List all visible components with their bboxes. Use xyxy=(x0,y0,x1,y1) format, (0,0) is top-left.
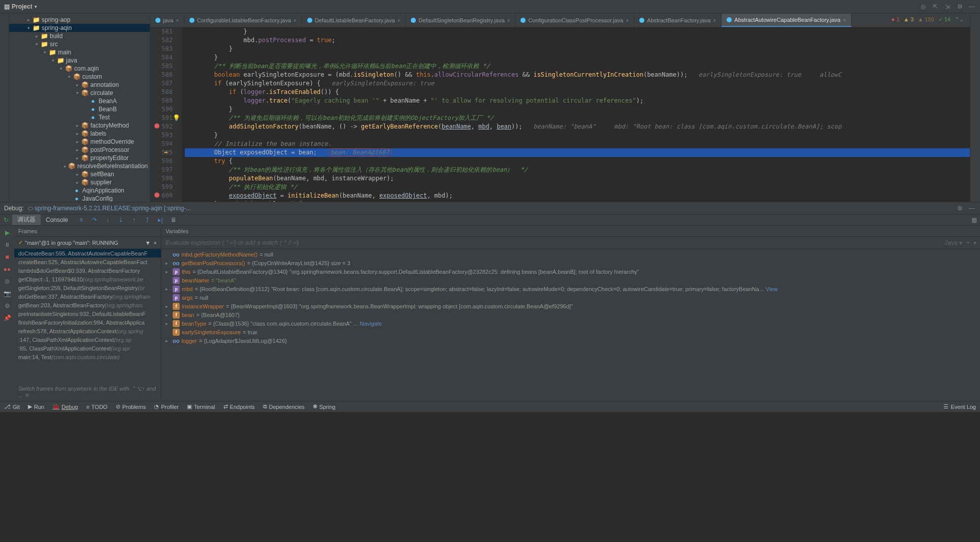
evaluate-icon[interactable]: 🖩 xyxy=(170,216,178,224)
tree-item[interactable]: ▸📦postProcessor xyxy=(9,146,150,154)
dependencies-tool[interactable]: ⧉ Dependencies xyxy=(263,403,305,410)
force-step-into-icon[interactable]: ⇣ xyxy=(117,216,125,224)
git-tool[interactable]: ⎇ Git xyxy=(4,403,20,410)
variable-item[interactable]: ▸oologger = {LogAdapter$JavaUtilLog@1426… xyxy=(161,336,980,345)
tree-item[interactable]: ▾📦circulate xyxy=(9,89,150,97)
debug-config-name[interactable]: ⬭ spring-framework-5.2.21.RELEASE:spring… xyxy=(28,205,191,212)
tree-item[interactable]: ▸📦propertyEditor xyxy=(9,154,150,162)
inspection-summary[interactable]: ● 1 ▲ 3 ▲ 150 ✓ 14 ⌃⌄ xyxy=(887,15,968,24)
collapse-icon[interactable]: ⇲ xyxy=(943,3,952,11)
variable-item[interactable]: ▸finstanceWrapper = {BeanWrapperImpl@160… xyxy=(161,302,980,310)
endpoints-tool[interactable]: ⇄ Endpoints xyxy=(223,403,255,410)
variable-item[interactable]: fearlySingletonExposure = true xyxy=(161,328,980,336)
tree-item[interactable]: ▸📁spring-aop xyxy=(9,16,150,24)
run-to-cursor-icon[interactable]: ▸| xyxy=(156,216,165,224)
add-watch-icon[interactable]: + xyxy=(966,239,970,246)
expand-icon[interactable]: ⇱ xyxy=(931,3,939,11)
debugger-tab[interactable]: 调试器 xyxy=(12,214,41,225)
view-breakpoints-icon[interactable]: ●● xyxy=(3,265,11,273)
tree-item[interactable]: ▾📁main xyxy=(9,48,150,56)
stack-frame[interactable]: getObject:-1, 1169794610 (org.springfram… xyxy=(14,275,161,283)
tree-item[interactable]: ▾📁spring-aqin xyxy=(9,24,150,32)
mute-breakpoints-icon[interactable]: ⊘ xyxy=(3,277,11,285)
tree-item[interactable]: ▸📦resolveBeforeInstantiation xyxy=(9,162,150,170)
problems-tool[interactable]: ⊘ Problems xyxy=(116,403,146,410)
variable-item[interactable]: pargs = null xyxy=(161,293,980,302)
project-tree[interactable]: ▸📁spring-aop▾📁spring-aqin▸📁build▾📁src▾📁m… xyxy=(9,14,150,202)
stack-frame[interactable]: finishBeanFactoryInitialization:994, Abs… xyxy=(14,318,161,327)
variable-item[interactable]: pbeanName = "beanA" xyxy=(161,276,980,284)
tree-item[interactable]: ▸📁build xyxy=(9,32,150,40)
variable-item[interactable]: ▸oogetBeanPostProcessors() = {CopyOnWrit… xyxy=(161,259,980,267)
gear-icon[interactable]: ⚙ xyxy=(956,204,964,212)
editor-tab[interactable]: AbstractAutowireCapableBeanFactory.java× xyxy=(722,14,852,27)
rerun-icon[interactable]: ↻ xyxy=(2,216,10,224)
pause-icon[interactable]: ⏸ xyxy=(3,241,11,249)
tree-item[interactable]: ▾📦custom xyxy=(9,73,150,81)
stack-frame[interactable]: lambda$doGetBean$0:339, AbstractBeanFact… xyxy=(14,266,161,275)
gear-icon[interactable]: ⚙ xyxy=(956,3,964,11)
tree-item[interactable]: ▸📦methodOverride xyxy=(9,138,150,146)
tree-item[interactable]: ●AqinApplication xyxy=(9,186,150,195)
tree-item[interactable]: ●BeanA xyxy=(9,97,150,105)
stack-frame[interactable]: getSingleton:259, DefaultSingletonBeanRe… xyxy=(14,283,161,292)
editor-tab[interactable]: ConfigurableListableBeanFactory.java× xyxy=(184,14,302,27)
drop-frame-icon[interactable]: ⤴ xyxy=(143,216,151,224)
variable-item[interactable]: ▸fbeanType = {Class@1536} "class com.aqi… xyxy=(161,319,980,328)
tree-item[interactable]: ▸📦supplier xyxy=(9,178,150,186)
settings-icon[interactable]: ⚙ xyxy=(3,302,11,310)
stack-frame[interactable]: doGetBean:337, AbstractBeanFactory (org.… xyxy=(14,292,161,301)
editor-gutter[interactable]: 581582583584585586587588589590💡591592593… xyxy=(150,27,182,202)
resume-icon[interactable]: ▶ xyxy=(3,229,11,237)
step-over-icon[interactable]: ↷ xyxy=(90,216,99,224)
tree-item[interactable]: ●Test xyxy=(9,113,150,121)
chevron-down-icon[interactable]: ▾ xyxy=(973,239,976,246)
tree-item[interactable]: ▸📦labels xyxy=(9,130,150,138)
editor-tab[interactable]: java× xyxy=(150,14,184,27)
tree-item[interactable]: ▾📦com.aqin xyxy=(9,65,150,73)
close-icon[interactable]: × xyxy=(713,18,716,23)
close-icon[interactable]: × xyxy=(293,18,297,23)
spring-tool[interactable]: ❃ Spring xyxy=(313,403,336,410)
layout-icon[interactable]: ▦ xyxy=(972,216,980,224)
tree-item[interactable]: ▸📦factoryMethod xyxy=(9,121,150,130)
tree-item[interactable]: ▾📁src xyxy=(9,40,150,48)
stack-frame[interactable]: :85, ClassPathXmlApplicationContext (org… xyxy=(14,344,161,353)
editor-tab[interactable]: AbstractBeanFactory.java× xyxy=(634,14,722,27)
close-icon[interactable]: × xyxy=(398,18,401,23)
editor-tab[interactable]: ConfigurationClassPostProcessor.java× xyxy=(515,14,634,27)
variable-item[interactable]: oombd.getFactoryMethodName() = null xyxy=(161,250,980,259)
frames-list[interactable]: doCreateBean:595, AbstractAutowireCapabl… xyxy=(14,249,161,384)
pin-icon[interactable]: 📌 xyxy=(3,314,11,322)
thread-selector[interactable]: ✓ "main"@1 in group "main": RUNNING ▼ + xyxy=(14,237,161,249)
stack-frame[interactable]: refresh:578, AbstractApplicationContext … xyxy=(14,327,161,335)
stack-frame[interactable]: createBean:525, AbstractAutowireCapableB… xyxy=(14,258,161,266)
show-execution-icon[interactable]: ≡ xyxy=(77,216,85,224)
tree-item[interactable]: ●JavaConfig xyxy=(9,195,150,202)
stop-icon[interactable]: ■ xyxy=(3,253,11,261)
stack-frame[interactable]: main:14, Test (com.aqin.custom.circulate… xyxy=(14,353,161,361)
close-icon[interactable]: × xyxy=(176,18,179,23)
step-out-icon[interactable]: ↑ xyxy=(130,216,138,224)
variable-item[interactable]: ▸pmbd = {RootBeanDefinition@1512} "Root … xyxy=(161,284,980,293)
variables-list[interactable]: oombd.getFactoryMethodName() = null▸ooge… xyxy=(161,249,980,401)
tree-item[interactable]: ▸📦annotation xyxy=(9,81,150,89)
run-tool[interactable]: ▶ Run xyxy=(28,403,44,410)
event-log-tool[interactable]: ☰ Event Log xyxy=(943,403,976,410)
chevron-up-down-icon[interactable]: ⌃⌄ xyxy=(955,16,964,23)
tree-item[interactable]: ●BeanB xyxy=(9,105,150,113)
tree-item[interactable]: ▾📁java xyxy=(9,56,150,65)
project-dropdown[interactable]: ▤ Project ▾ xyxy=(4,3,37,10)
editor-tab[interactable]: DefaultSingletonBeanRegistry.java× xyxy=(406,14,515,27)
eval-lang-label[interactable]: Java ▾ xyxy=(944,239,962,246)
terminal-tool[interactable]: ▣ Terminal xyxy=(187,403,215,410)
hide-icon[interactable]: — xyxy=(968,204,976,212)
debug-tool[interactable]: 🐞 Debug xyxy=(52,403,78,410)
close-icon[interactable]: × xyxy=(626,18,629,23)
add-icon[interactable]: + xyxy=(154,240,157,246)
profiler-tool[interactable]: ◔ Profiler xyxy=(154,403,179,410)
filter-icon[interactable]: ▼ xyxy=(145,240,151,246)
evaluate-expression-input[interactable]: Evaluate expression (⌃⏎) or add a watch … xyxy=(161,237,980,249)
step-into-icon[interactable]: ↓ xyxy=(104,216,112,224)
stack-frame[interactable]: getBean:203, AbstractBeanFactory (org.sp… xyxy=(14,301,161,309)
